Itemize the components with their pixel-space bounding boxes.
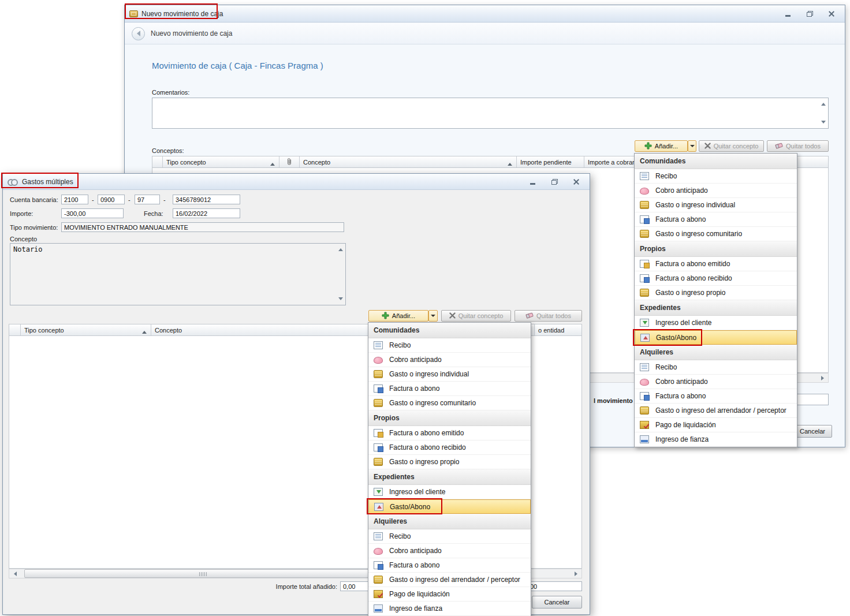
cancel-button[interactable]: Cancelar [793,425,832,438]
menu-item-factura-o-abono[interactable]: Factura o abono [368,382,531,396]
importe-right-input[interactable]: 00 [527,581,582,591]
menu-item-factura-o-abono-recibido[interactable]: Factura o abono recibido [368,440,531,455]
menu-item-label: Recibo [655,172,677,180]
menu-item-gasto-o-ingreso-individual[interactable]: Gasto o ingreso individual [368,367,531,382]
scroll-up-icon[interactable] [821,100,826,106]
menu-item-factura-o-abono[interactable]: Factura o abono [368,558,531,573]
scrollbar-thumb[interactable] [24,569,382,578]
restore-button[interactable] [804,9,815,18]
column-header-importe-pendiente[interactable]: Importe pendiente [517,156,584,167]
remove-concept-button[interactable]: Quitar concepto [699,140,764,152]
menu-item-pago-de-liquidación[interactable]: Pago de liquidación [635,418,797,432]
window-controls [527,177,585,186]
minimize-button[interactable] [782,9,793,18]
menu-item-label: Ingreso de fianza [655,435,709,443]
column-header-attachment[interactable] [279,156,300,167]
menu-item-factura-o-abono[interactable]: Factura o abono [635,212,797,227]
cuenta-field-3[interactable]: 97 [135,195,160,204]
cuenta-field-1[interactable]: 2100 [61,195,88,204]
menu-item-label: Ingreso de fianza [389,604,442,613]
restore-button[interactable] [549,177,560,186]
cuenta-field-2[interactable]: 0900 [98,195,125,204]
column-header-concepto[interactable]: Concepto [300,156,517,167]
column-label: Importe a cobrar [588,159,635,166]
coins-icon [374,576,383,584]
menu-item-recibo[interactable]: Recibo [635,360,797,375]
cuenta-field-4[interactable]: 3456789012 [173,195,240,204]
header-title: Nuevo movimiento de caja [151,29,232,38]
column-header-entidad[interactable]: o entidad [535,324,581,335]
column-header-tipo-concepto[interactable]: Tipo concepto [21,324,151,335]
menu-item-ingreso-de-fianza[interactable]: Ingreso de fianza [635,432,797,447]
vertical-scrollbar[interactable] [819,99,827,128]
scroll-down-icon[interactable] [821,121,826,126]
menu-item-pago-de-liquidación[interactable]: Pago de liquidación [368,587,531,602]
menu-item-label: Gasto o ingreso propio [655,289,725,297]
minimize-button[interactable] [527,177,538,186]
vertical-scrollbar[interactable] [336,244,345,304]
scroll-right-button[interactable] [819,374,828,382]
menu-item-gasto-abono[interactable]: Gasto/Abono [368,499,531,514]
fecha-input[interactable]: 16/02/2022 [173,208,240,218]
menu-item-gasto-o-ingreso-comunitario[interactable]: Gasto o ingreso comunitario [368,396,531,410]
column-header-tipo-concepto[interactable]: Tipo concepto [163,156,279,167]
cancel-button[interactable]: Cancelar [532,596,582,608]
menu-section-propios: Propios [368,410,531,426]
minimize-icon [530,183,535,185]
add-dropdown-toggle[interactable] [688,140,696,152]
menu-section-expedientes: Expedientes [635,300,797,316]
menu-item-recibo[interactable]: Recibo [368,338,531,353]
back-button[interactable] [132,27,145,40]
menu-item-cobro-anticipado[interactable]: Cobro anticipado [368,544,531,558]
menu-item-label: Cobro anticipado [655,186,708,195]
menu-item-ingreso-del-cliente[interactable]: Ingreso del cliente [368,485,531,499]
menu-item-gasto-o-ingreso-propio[interactable]: Gasto o ingreso propio [368,455,531,469]
scroll-right-button[interactable] [572,569,581,578]
menu-item-gasto-o-ingreso-individual[interactable]: Gasto o ingreso individual [635,198,797,212]
menu-item-factura-o-abono[interactable]: Factura o abono [635,389,797,404]
importe-input[interactable]: -300,00 [61,208,124,218]
sort-ascending-icon [270,160,275,166]
concepto-textarea[interactable]: Notario [10,243,346,305]
menu-section-expedientes: Expedientes [368,469,531,485]
close-button[interactable] [571,177,581,186]
remove-all-button[interactable]: Quitar todos [515,310,582,322]
menu-item-recibo[interactable]: Recibo [635,169,797,184]
menu-item-cobro-anticipado[interactable]: Cobro anticipado [368,353,531,367]
close-button[interactable] [826,9,837,18]
titlebar[interactable]: Gastos múltiples [3,174,590,190]
menu-item-gasto-o-ingreso-comunitario[interactable]: Gasto o ingreso comunitario [635,227,797,241]
invoice-icon [640,215,649,223]
menu-item-factura-o-abono-emitido[interactable]: Factura o abono emitido [635,257,797,271]
add-dropdown-toggle[interactable] [428,310,438,322]
menu-item-gasto-o-ingreso-del-arrendador-perceptor[interactable]: Gasto o ingreso del arrendador / percept… [635,404,797,418]
menu-item-gasto-o-ingreso-del-arrendador-perceptor[interactable]: Gasto o ingreso del arrendador / percept… [368,573,531,587]
menu-item-cobro-anticipado[interactable]: Cobro anticipado [635,375,797,389]
menu-item-label: Factura o abono emitido [389,429,464,437]
add-button[interactable]: Añadir... [635,140,688,152]
menu-item-label: Pago de liquidación [389,590,450,598]
tipo-movimiento-input[interactable]: MOVIMIENTO ENTRADO MANUALMENTE [61,222,344,232]
menu-section-comunidades: Comunidades [368,323,531,338]
menu-item-ingreso-de-fianza[interactable]: Ingreso de fianza [368,602,531,616]
menu-item-factura-o-abono-emitido[interactable]: Factura o abono emitido [368,426,531,440]
add-button[interactable]: Añadir... [368,310,428,322]
menu-item-factura-o-abono-recibido[interactable]: Factura o abono recibido [635,271,797,286]
comentarios-textarea[interactable] [152,98,829,129]
separator-dash: - [163,196,166,203]
remove-concept-button[interactable]: Quitar concepto [441,310,511,322]
menu-item-cobro-anticipado[interactable]: Cobro anticipado [635,184,797,198]
remove-all-button[interactable]: Quitar todos [767,140,829,152]
scroll-down-icon[interactable] [338,297,343,303]
menu-item-label: Recibo [389,532,411,540]
menu-item-gasto-abono[interactable]: Gasto/Abono [635,330,797,345]
scroll-left-button[interactable] [9,569,18,578]
titlebar[interactable]: Nuevo movimiento de caja [125,5,845,23]
menu-item-ingreso-del-cliente[interactable]: Ingreso del cliente [635,316,797,330]
close-icon [828,10,835,17]
receipt-icon [640,172,649,180]
menu-item-gasto-o-ingreso-propio[interactable]: Gasto o ingreso propio [635,286,797,300]
scroll-up-icon[interactable] [338,246,343,251]
menu-item-label: Cobro anticipado [389,356,442,364]
menu-item-recibo[interactable]: Recibo [368,529,531,544]
